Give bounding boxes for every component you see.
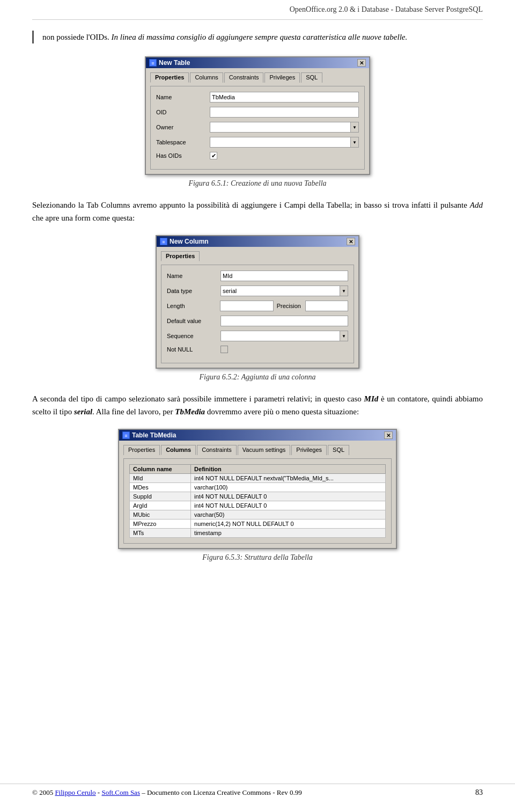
- paragraph2: A seconda del tipo di campo selezionato …: [32, 392, 483, 418]
- nc-datatype-input[interactable]: [220, 286, 340, 296]
- col-def-mdes: varchar(100): [191, 483, 386, 492]
- new-table-dialog: ≡ New Table ✕ Properties Columns Constra…: [145, 56, 370, 175]
- dialog-icon: ≡: [149, 59, 157, 67]
- figure-1-container: ≡ New Table ✕ Properties Columns Constra…: [32, 56, 483, 188]
- table-tbmedia-close-button[interactable]: ✕: [384, 431, 393, 439]
- nc-length-row: Length Precision: [167, 301, 348, 311]
- tab-privileges[interactable]: Privileges: [264, 72, 300, 83]
- tab-properties[interactable]: Properties: [150, 72, 189, 83]
- new-column-close-button[interactable]: ✕: [347, 238, 355, 245]
- col-name-mprezzo: MPrezzo: [130, 520, 191, 529]
- new-column-form: Name Data type ▼ Length: [161, 265, 354, 363]
- table-row: MId int4 NOT NULL DEFAULT nextval("TbMed…: [130, 474, 386, 483]
- owner-input[interactable]: [210, 122, 350, 133]
- paragraph1-cont: che apre una form come questa:: [32, 214, 135, 222]
- new-table-titlebar: ≡ New Table ✕: [146, 57, 369, 68]
- ttab-columns[interactable]: Columns: [161, 445, 196, 455]
- col-def-suppid: int4 NOT NULL DEFAULT 0: [191, 492, 386, 501]
- table-tbmedia-tab-bar: Properties Columns Constraints Vacuum se…: [123, 445, 392, 455]
- fig3-caption: Figura 6.5.3: Struttura della Tabella: [32, 553, 483, 562]
- nc-sequence-row: Sequence ▼: [167, 331, 348, 341]
- new-table-title: New Table: [159, 59, 190, 67]
- nc-length-label: Length: [167, 303, 220, 309]
- nc-name-input[interactable]: [220, 270, 348, 281]
- col-header-name: Column name: [130, 465, 191, 474]
- col-def-argid: int4 NOT NULL DEFAULT 0: [191, 501, 386, 510]
- figure-3-container: ≡ Table TbMedia ✕ Properties Columns Con…: [32, 429, 483, 562]
- intro-text: non possiede l'OIDs.: [42, 33, 109, 41]
- hasoids-row: Has OIDs ✔: [156, 152, 359, 159]
- nc-defaultval-input[interactable]: [220, 316, 348, 326]
- table-row: SuppId int4 NOT NULL DEFAULT 0: [130, 492, 386, 501]
- nc-sequence-dropdown-btn[interactable]: ▼: [340, 331, 348, 341]
- table-tbmedia-title: Table TbMedia: [132, 431, 176, 439]
- tab-sql[interactable]: SQL: [301, 72, 322, 83]
- new-column-tab-properties[interactable]: Properties: [161, 251, 200, 261]
- page-footer: © 2005 Filippo Cerulo - Soft.Com Sas – D…: [0, 784, 515, 801]
- nc-sequence-input[interactable]: [220, 331, 340, 341]
- footer-company-link[interactable]: Soft.Com Sas: [101, 788, 140, 796]
- name-label: Name: [156, 94, 210, 100]
- new-table-tab-bar: Properties Columns Constraints Privilege…: [150, 72, 365, 83]
- ttab-privileges[interactable]: Privileges: [291, 445, 327, 455]
- paragraph2-start: A seconda del tipo di campo selezionato …: [32, 394, 364, 403]
- oid-label: OID: [156, 109, 210, 115]
- hasoids-label: Has OIDs: [156, 152, 210, 159]
- tab-columns[interactable]: Columns: [190, 72, 223, 83]
- name-row: Name: [156, 92, 359, 103]
- nc-datatype-row: Data type ▼: [167, 286, 348, 296]
- new-table-body: Properties Columns Constraints Privilege…: [146, 68, 369, 174]
- col-def-mid: int4 NOT NULL DEFAULT nextval("TbMedia_M…: [191, 474, 386, 483]
- col-def-mts: timestamp: [191, 529, 386, 538]
- page-header: OpenOffice.org 2.0 & i Database - Databa…: [32, 0, 483, 20]
- hasoids-checkbox[interactable]: ✔: [210, 152, 217, 159]
- owner-row: Owner ▼: [156, 122, 359, 133]
- nc-precision-input[interactable]: [305, 301, 348, 311]
- ttab-properties[interactable]: Properties: [123, 445, 160, 455]
- table-row: MPrezzo numeric(14,2) NOT NULL DEFAULT 0: [130, 520, 386, 529]
- ttab-constraints[interactable]: Constraints: [197, 445, 237, 455]
- tab-constraints[interactable]: Constraints: [224, 72, 264, 83]
- nc-name-label: Name: [167, 273, 220, 279]
- paragraph2-end2: dovremmo avere più o meno questa situazi…: [205, 407, 359, 416]
- new-column-dialog-icon: ≡: [160, 238, 167, 245]
- new-column-body: Properties Name Data type ▼: [157, 247, 358, 368]
- intro-italic: In linea di massima consiglio di aggiung…: [112, 33, 408, 41]
- footer-copyright: © 2005: [32, 788, 55, 796]
- table-row: MUbic varchar(50): [130, 510, 386, 520]
- owner-dropdown-btn[interactable]: ▼: [350, 122, 359, 133]
- close-button[interactable]: ✕: [357, 59, 366, 67]
- nc-length-input[interactable]: [220, 301, 274, 311]
- col-name-mid: MId: [130, 474, 191, 483]
- footer-suffix: – Documento con Licenza Creative Commons…: [140, 788, 302, 796]
- ttab-sql[interactable]: SQL: [328, 445, 349, 455]
- name-input[interactable]: [210, 92, 359, 103]
- nc-notnull-checkbox[interactable]: [220, 346, 228, 353]
- ttab-vacuum[interactable]: Vacuum settings: [238, 445, 291, 455]
- col-name-suppid: SuppId: [130, 492, 191, 501]
- new-table-form: Name OID Owner ▼: [150, 86, 365, 170]
- col-def-mprezzo: numeric(14,2) NOT NULL DEFAULT 0: [191, 520, 386, 529]
- owner-label: Owner: [156, 124, 210, 130]
- col-name-argid: ArgId: [130, 501, 191, 510]
- paragraph2-mid-bold: MId: [364, 394, 379, 403]
- new-column-titlebar: ≡ New Column ✕: [157, 236, 358, 247]
- oid-input[interactable]: [210, 107, 359, 118]
- columns-table: Column name Definition MId int4 NOT NULL…: [129, 464, 386, 538]
- col-header-def: Definition: [191, 465, 386, 474]
- nc-sequence-label: Sequence: [167, 333, 220, 339]
- table-tbmedia-body: Properties Columns Constraints Vacuum se…: [119, 441, 396, 548]
- col-name-mubic: MUbic: [130, 510, 191, 520]
- owner-field: ▼: [210, 122, 359, 133]
- tablespace-row: Tablespace ▼: [156, 137, 359, 148]
- nc-name-row: Name: [167, 270, 348, 281]
- fig1-caption: Figura 6.5.1: Creazione di una nuova Tab…: [32, 179, 483, 188]
- tablespace-dropdown-btn[interactable]: ▼: [350, 137, 359, 148]
- tablespace-input[interactable]: [210, 137, 350, 148]
- new-column-dialog: ≡ New Column ✕ Properties Name: [156, 235, 359, 369]
- paragraph1: Selezionando la Tab Columns avremo appun…: [32, 199, 483, 224]
- table-tbmedia-form: Column name Definition MId int4 NOT NULL…: [123, 458, 392, 544]
- footer-author-link[interactable]: Filippo Cerulo: [55, 788, 95, 796]
- nc-datatype-field: ▼: [220, 286, 348, 296]
- nc-datatype-dropdown-btn[interactable]: ▼: [340, 286, 348, 296]
